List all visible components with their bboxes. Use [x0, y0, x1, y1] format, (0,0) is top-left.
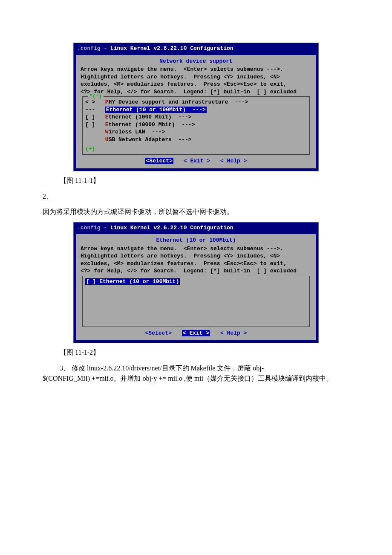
menu-item-phy[interactable]: < > PHY Device support and infrastructur…: [85, 98, 307, 106]
instructions-line-2: Highlighted letters are hotkeys. Pressin…: [81, 73, 311, 81]
instructions-line-3: excludes, <M> modularizes features. Pres…: [81, 260, 311, 268]
figure-caption-2: 【图 11-1-2】: [60, 348, 349, 357]
dialog: Network device support Arrow keys naviga…: [76, 55, 316, 168]
list-number-2: 2、: [43, 191, 349, 202]
dialog-title: Network device support: [81, 58, 311, 65]
menu-item-usb-network[interactable]: USB Network Adapters --->: [85, 136, 307, 144]
menu-list: [ ] Ethernet (10 or 100Mbit): [82, 276, 310, 327]
select-button[interactable]: <Select>: [145, 158, 173, 164]
instructions-line-4: <?> for Help, </> for Search. Legend: [*…: [81, 267, 311, 275]
title-prefix: .config -: [77, 45, 110, 52]
button-bar: <Select> < Exit > < Help >: [81, 330, 311, 337]
help-button[interactable]: < Help >: [220, 330, 247, 336]
scroll-down-indicator: (+): [85, 145, 307, 153]
instructions-line-4: <?> for Help, </> for Search. Legend: [*…: [81, 88, 311, 96]
window-title: .config - Linux Kernel v2.6.22.10 Config…: [75, 44, 317, 53]
menuconfig-screenshot-2: .config - Linux Kernel v2.6.22.10 Config…: [73, 222, 319, 344]
paragraph-3: 3、 修改 linux-2.6.22.10/drivers/net/目录下的 M…: [43, 363, 349, 384]
paragraph-2: 因为将采用模块的方式编译网卡驱动，所以暂不选中网卡驱动。: [43, 207, 349, 217]
instructions-line-1: Arrow keys navigate the menu. <Enter> se…: [81, 66, 311, 73]
menu-item-wireless-lan[interactable]: Wireless LAN --->: [85, 128, 307, 136]
title-main: Linux Kernel v2.6.22.10 Configuration: [110, 45, 233, 52]
exit-button[interactable]: < Exit >: [184, 158, 210, 164]
menu-item-ethernet-10-100[interactable]: --- Ethernet (10 or 100Mbit) --->: [85, 106, 307, 114]
title-prefix: .config -: [77, 225, 110, 231]
menuconfig-screenshot-1: .config - Linux Kernel v2.6.22.10 Config…: [73, 43, 319, 171]
para3-line1: 修改 linux-2.6.22.10/drivers/net/目录下的 Make…: [72, 364, 264, 372]
instructions-line-3: excludes, <M> modularizes features. Pres…: [81, 81, 311, 88]
menu-item-ethernet-10-100[interactable]: [ ] Ethernet (10 or 100Mbit): [85, 278, 307, 286]
figure-caption-1: 【图 11-1-1】: [60, 176, 349, 185]
menu-list: ^(-) < > PHY Device support and infrastr…: [82, 96, 310, 155]
dialog: Ethernet (10 or 100Mbit) Arrow keys navi…: [76, 234, 316, 340]
menu-item-ethernet-1000[interactable]: [ ] Ethernet (1000 Mbit) --->: [85, 113, 307, 121]
dialog-title: Ethernet (10 or 100Mbit): [81, 237, 311, 244]
menu-item-ethernet-10000[interactable]: [ ] Ethernet (10000 Mbit) --->: [85, 121, 307, 129]
select-button[interactable]: <Select>: [145, 330, 172, 336]
instructions-line-2: Highlighted letters are hotkeys. Pressin…: [81, 252, 311, 260]
list-number-3: 3、: [60, 364, 72, 372]
title-main: Linux Kernel v2.6.22.10 Configuration: [110, 225, 233, 231]
exit-button[interactable]: < Exit >: [182, 330, 210, 336]
para3-line2: $(CONFIG_MII) +=mii.o。并增加 obj-y += mii.o…: [43, 375, 333, 382]
button-bar: <Select> < Exit > < Help >: [81, 157, 311, 165]
instructions-line-1: Arrow keys navigate the menu. <Enter> se…: [81, 245, 311, 253]
window-title: .config - Linux Kernel v2.6.22.10 Config…: [75, 223, 317, 233]
help-button[interactable]: < Help >: [220, 158, 247, 164]
scroll-up-indicator: ^(-): [88, 93, 104, 100]
